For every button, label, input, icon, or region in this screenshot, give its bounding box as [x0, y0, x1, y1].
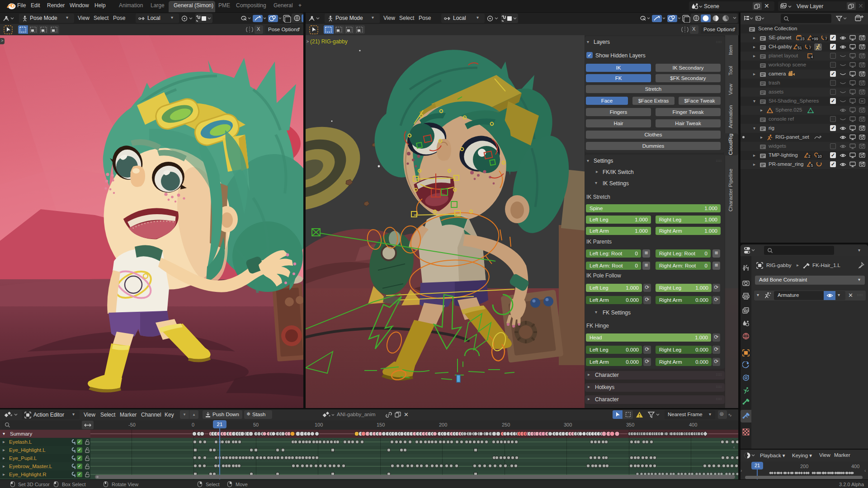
svg-text:(21) RIG-gabby: (21) RIG-gabby	[310, 38, 348, 45]
